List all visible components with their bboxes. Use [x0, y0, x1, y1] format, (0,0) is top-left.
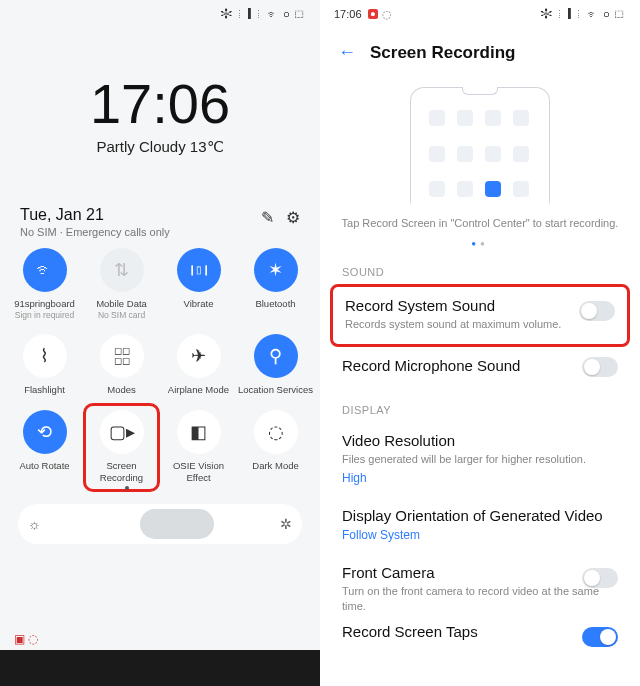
- row-title: Video Resolution: [342, 432, 618, 449]
- hint-text: Tap Record Screen in "Control Center" to…: [340, 217, 620, 229]
- qs-tile-sublabel: No SIM card: [98, 311, 145, 320]
- brightness-low-icon: ☼: [28, 516, 41, 532]
- qs-tile-vibrate[interactable]: ❙▯❙Vibrate: [160, 248, 237, 320]
- qs-tile-label: OSIE Vision Effect: [160, 460, 237, 483]
- qs-tile-modes[interactable]: ◻◻ ◻◻Modes: [83, 334, 160, 396]
- qs-tile-label: Mobile Data: [96, 298, 147, 310]
- page-header: ← Screen Recording: [320, 28, 640, 69]
- qs-tile-icon: ✈: [177, 334, 221, 378]
- section-header-display: DISPLAY: [342, 404, 640, 416]
- qs-tile-label: Flashlight: [24, 384, 65, 396]
- qs-tile-sublabel: Sign in required: [15, 311, 75, 320]
- qs-tile-auto-rotate[interactable]: ⟲Auto Rotate: [6, 410, 83, 486]
- qs-tile-label: Vibrate: [184, 298, 214, 310]
- qs-tile-label: Location Services: [238, 384, 313, 396]
- brightness-auto-icon[interactable]: ✲: [280, 516, 292, 532]
- nav-bar: [0, 650, 320, 686]
- row-video-resolution[interactable]: Video Resolution Files generated will be…: [320, 422, 640, 497]
- qs-tile-location-services[interactable]: ⚲Location Services: [237, 334, 314, 396]
- sim-status: No SIM · Emergency calls only: [20, 226, 170, 238]
- qs-tile-mobile-data[interactable]: ⇅Mobile DataNo SIM card: [83, 248, 160, 320]
- qs-tile-icon: ◌: [254, 410, 298, 454]
- lock-clock: 17:06 Partly Cloudy 13℃: [0, 76, 320, 156]
- phone-illustration: [410, 87, 550, 207]
- qs-tile-label: Modes: [107, 384, 136, 396]
- qs-tile-screen-recording[interactable]: ▢▸Screen Recording: [83, 403, 160, 492]
- row-front-camera[interactable]: Front Camera Turn on the front camera to…: [320, 554, 640, 618]
- row-subtitle: Records system sound at maximum volume.: [345, 317, 615, 332]
- back-arrow-icon[interactable]: ←: [338, 42, 356, 63]
- qs-tile-91springboard[interactable]: ᯤ91springboardSign in required: [6, 248, 83, 320]
- lock-date: Tue, Jan 21: [20, 206, 170, 224]
- row-value: Follow System: [342, 528, 618, 542]
- qs-tile-label: Auto Rotate: [19, 460, 69, 472]
- toggle-system-sound[interactable]: [579, 301, 615, 321]
- brightness-thumb[interactable]: [140, 509, 214, 539]
- row-title: Display Orientation of Generated Video: [342, 507, 618, 524]
- status-icons: ✻ ⁞❙⁞ ᯤ ▢ ⬚: [541, 8, 626, 20]
- qs-tile-icon: ✶: [254, 248, 298, 292]
- recording-indicator-icon: ▣ ◌: [14, 632, 38, 646]
- qs-tile-icon: ⌇: [23, 334, 67, 378]
- row-title: Record Microphone Sound: [342, 357, 618, 374]
- row-subtitle: Files generated will be larger for highe…: [342, 452, 618, 467]
- qs-tile-label: Dark Mode: [252, 460, 298, 472]
- qs-tile-icon: ⇅: [100, 248, 144, 292]
- status-bar: ✻ ⁞❙⁞ ᯤ ▢ ⬚: [0, 0, 320, 28]
- qs-tile-osie-vision-effect[interactable]: ◧OSIE Vision Effect: [160, 410, 237, 486]
- recording-badge-icon: ⏺: [368, 9, 378, 19]
- qs-tile-icon: ◧: [177, 410, 221, 454]
- row-record-screen-taps[interactable]: Record Screen Taps: [320, 617, 640, 652]
- row-title: Record Screen Taps: [342, 623, 618, 640]
- row-title: Record System Sound: [345, 297, 615, 314]
- settings-icon[interactable]: ⚙: [286, 208, 300, 227]
- qs-tile-label: 91springboard: [14, 298, 75, 310]
- qs-tile-icon: ⚲: [254, 334, 298, 378]
- qs-tile-dark-mode[interactable]: ◌Dark Mode: [237, 410, 314, 486]
- status-extra-icon: ◌: [382, 8, 392, 21]
- control-center-pane: ✻ ⁞❙⁞ ᯤ ▢ ⬚ 17:06 Partly Cloudy 13℃ Tue,…: [0, 0, 320, 686]
- status-time: 17:06: [334, 8, 362, 20]
- qs-tile-label: Screen Recording: [86, 460, 157, 483]
- toggle-screen-taps[interactable]: [582, 627, 618, 647]
- row-record-system-sound[interactable]: Record System Sound Records system sound…: [330, 284, 630, 347]
- row-record-mic-sound[interactable]: Record Microphone Sound: [320, 347, 640, 386]
- row-value: High: [342, 471, 618, 485]
- qs-tile-label: Bluetooth: [255, 298, 295, 310]
- row-display-orientation[interactable]: Display Orientation of Generated Video F…: [320, 497, 640, 554]
- brightness-slider[interactable]: ☼ ✲: [18, 504, 302, 544]
- qs-tile-label: Airplane Mode: [168, 384, 229, 396]
- toggle-front-camera[interactable]: [582, 568, 618, 588]
- page-title: Screen Recording: [370, 43, 516, 63]
- qs-tile-icon: ⟲: [23, 410, 67, 454]
- lock-weather: Partly Cloudy 13℃: [0, 138, 320, 156]
- qs-tile-flashlight[interactable]: ⌇Flashlight: [6, 334, 83, 396]
- qs-tile-icon: ▢▸: [100, 410, 144, 454]
- row-subtitle: Turn on the front camera to record video…: [342, 584, 618, 614]
- edit-icon[interactable]: ✎: [261, 208, 274, 227]
- status-bar: 17:06 ⏺ ◌ ✻ ⁞❙⁞ ᯤ ▢ ⬚: [320, 0, 640, 28]
- qs-tile-bluetooth[interactable]: ✶Bluetooth: [237, 248, 314, 320]
- quick-settings-grid: ᯤ91springboardSign in required⇅Mobile Da…: [0, 238, 320, 494]
- section-header-sound: SOUND: [342, 266, 640, 278]
- qs-tile-airplane-mode[interactable]: ✈Airplane Mode: [160, 334, 237, 396]
- lock-time: 17:06: [0, 76, 320, 132]
- toggle-mic-sound[interactable]: [582, 357, 618, 377]
- row-title: Front Camera: [342, 564, 618, 581]
- date-row: Tue, Jan 21 No SIM · Emergency calls onl…: [0, 206, 320, 238]
- pager-dots: ●●: [320, 239, 640, 248]
- status-icons: ✻ ⁞❙⁞ ᯤ ▢ ⬚: [221, 8, 306, 20]
- screen-recording-settings-pane: 17:06 ⏺ ◌ ✻ ⁞❙⁞ ᯤ ▢ ⬚ ← Screen Recording…: [320, 0, 640, 686]
- qs-tile-icon: ◻◻ ◻◻: [100, 334, 144, 378]
- qs-tile-icon: ❙▯❙: [177, 248, 221, 292]
- qs-tile-icon: ᯤ: [23, 248, 67, 292]
